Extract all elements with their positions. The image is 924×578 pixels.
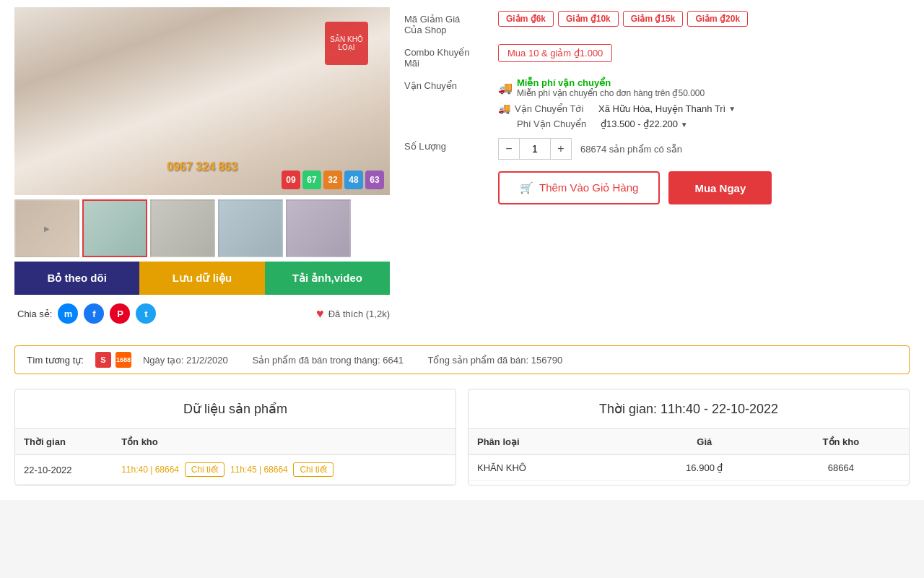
follow-button[interactable]: Bỏ theo dõi [14,262,139,295]
combo-badge: Mua 10 & giảm ₫1.000 [498,44,612,62]
share-label: Chia sẻ: [17,309,52,319]
similar-meta: Ngày tạo: 21/2/2020 Sản phẩm đã bán tron… [143,355,584,366]
shipping-to-label: Vận Chuyển Tới [515,103,594,114]
cart-buttons-content: 🛒 Thêm Vào Giỏ Hàng Mua Ngay [498,168,910,204]
qty-controls-row: − + 68674 sản phẩm có sẵn [498,138,682,160]
number-badge-0: 09 [282,171,300,189]
thumbnail-4[interactable] [286,199,351,257]
action-buttons-row: Bỏ theo dõi Lưu dữ liệu Tải ảnh,video [14,262,390,295]
discount-10k[interactable]: Giảm ₫10k [558,11,619,27]
thumb-img-1 [84,201,146,256]
shipping-fee[interactable]: ₫13.500 - ₫22.200 ▼ [601,118,688,129]
truck-icon: 🚚 [498,81,513,95]
twitter-icon[interactable]: t [136,303,156,324]
combo-content: Mua 10 & giảm ₫1.000 [498,44,910,62]
created-date: Ngày tạo: 21/2/2020 [143,355,228,366]
save-button[interactable]: Lưu dữ liệu [139,262,264,295]
time-data-card: Thời gian: 11h:40 - 22-10-2022 Phân loại… [468,389,910,486]
table-row: 22-10-2022 11h:40 | 68664 Chi tiết 11h:4… [15,455,456,485]
qty-input[interactable] [519,139,551,159]
discount-row: Mã Giảm GiáCủa Shop Giảm ₫6k Giảm ₫10k G… [404,11,910,35]
cart-label-spacer [404,168,491,171]
similar-shop-icons: S 1688 [95,352,131,368]
location-chevron: ▼ [728,105,736,113]
time-data-title: Thời gian: 11h:40 - 22-10-2022 [468,389,909,429]
product-data-table: Thời gian Tồn kho 22-10-2022 11h:40 | 68… [15,429,456,485]
number-badge-1: 67 [302,171,321,189]
shipping-free-sub: Miễn phí vận chuyển cho đơn hàng trên ₫5… [517,88,705,98]
phone-overlay: 0967 324 863 [167,160,237,173]
discount-15k[interactable]: Giảm ₫15k [623,11,684,27]
stock-text: 68674 sản phẩm có sẵn [580,144,682,155]
stock-cell: 68664 [773,455,909,481]
add-cart-text: Thêm Vào Giỏ Hàng [539,181,638,194]
time-entry-2: 11h:45 | 68664 [230,465,288,475]
row-stock-entries: 11h:40 | 68664 Chi tiết 11h:45 | 68664 C… [113,455,456,485]
thumbnail-1[interactable] [82,199,147,257]
like-text: Đã thích (1,2k) [328,309,390,319]
number-badge-2: 32 [323,171,342,189]
combo-row: Combo KhuyếnMãi Mua 10 & giảm ₫1.000 [404,44,910,69]
col-stock-header-2: Tồn kho [773,429,909,455]
thumb-img-2 [152,201,214,256]
product-data-card: Dữ liệu sản phẩm Thời gian Tồn kho 22-10… [14,389,456,486]
discount-6k[interactable]: Giảm ₫6k [498,11,554,27]
left-column: SẢN KHÔ LOẠI 0967 324 863 0967324863 ▶ [14,7,390,324]
category-cell: KHĂN KHÔ [468,455,636,481]
cart-buttons-row: 🛒 Thêm Vào Giỏ Hàng Mua Ngay [404,168,910,204]
number-badge-4: 63 [365,171,384,189]
detail-button-1[interactable]: Chi tiết [185,462,225,477]
truck-icon-2: 🚚 [498,103,510,114]
col-category-header: Phân loại [468,429,636,455]
number-badges: 0967324863 [282,171,384,189]
download-button[interactable]: Tải ảnh,video [265,262,390,295]
fee-chevron: ▼ [681,121,688,129]
col-price-header: Giá [636,429,773,455]
qty-decrease-button[interactable]: − [499,139,519,159]
discount-label: Mã Giảm GiáCủa Shop [404,11,491,35]
similar-label: Tìm tương tự: [27,355,84,366]
thumbnail-3[interactable] [218,199,283,257]
thumb-img-4 [287,201,349,256]
fee-text: ₫13.500 - ₫22.200 [601,118,678,129]
main-product-image: SẢN KHÔ LOẠI 0967 324 863 0967324863 [14,7,390,195]
messenger-icon[interactable]: m [58,303,78,324]
thumb-play-icon: ▶ [16,201,78,256]
share-row: Chia sẻ: m f P t ♥ Đã thích (1,2k) [14,303,390,324]
shipping-free-text: Miễn phí vận chuyển [517,77,705,88]
shipping-fee-label: Phí Vận Chuyển [517,118,596,129]
shipping-label: Vận Chuyển [404,77,491,91]
time-table-row: KHĂN KHÔ 16.900 ₫ 68664 [468,455,909,481]
cart-buttons: 🛒 Thêm Vào Giỏ Hàng Mua Ngay [498,171,772,204]
discount-20k[interactable]: Giảm ₫20k [687,11,748,27]
shipping-info: 🚚 Miễn phí vận chuyển Miễn phí vận chuyể… [498,77,736,129]
product-data-title: Dữ liệu sản phẩm [15,389,456,429]
discount-badges: Giảm ₫6k Giảm ₫10k Giảm ₫15k Giảm ₫20k [498,11,910,27]
shipping-fee-row: Phí Vận Chuyển ₫13.500 - ₫22.200 ▼ [498,118,736,129]
facebook-icon[interactable]: f [84,303,104,324]
shipping-row: Vận Chuyển 🚚 Miễn phí vận chuyển Miễn ph… [404,77,910,129]
shipping-free-row: 🚚 Miễn phí vận chuyển Miễn phí vận chuyể… [498,77,736,98]
shopee-icon[interactable]: S [95,352,111,368]
pinterest-icon[interactable]: P [110,303,130,324]
add-to-cart-button[interactable]: 🛒 Thêm Vào Giỏ Hàng [498,171,660,204]
shipping-location[interactable]: Xã Hữu Hòa, Huyện Thanh Trì ▼ [598,103,736,114]
thumbnail-2[interactable] [150,199,215,257]
number-badge-3: 48 [344,171,363,189]
qty-content: − + 68674 sản phẩm có sẵn [498,138,910,160]
buy-now-button[interactable]: Mua Ngay [668,171,772,204]
qty-increase-button[interactable]: + [551,139,571,159]
detail-button-2[interactable]: Chi tiết [293,462,334,477]
thumbnail-0[interactable]: ▶ [14,199,79,257]
col-time-header: Thời gian [15,429,113,455]
promo-badge: SẢN KHÔ LOẠI [325,22,368,65]
shop-1688-icon[interactable]: 1688 [116,352,131,368]
price-cell: 16.900 ₫ [636,455,773,481]
thumb-img-3 [219,201,282,256]
cart-icon: 🛒 [520,181,533,194]
similar-bar: Tìm tương tự: S 1688 Ngày tạo: 21/2/2020… [14,345,910,374]
row-date: 22-10-2022 [15,455,113,485]
image-placeholder: SẢN KHÔ LOẠI 0967 324 863 [14,7,390,195]
combo-label: Combo KhuyếnMãi [404,44,491,69]
shipping-to-row: 🚚 Vận Chuyển Tới Xã Hữu Hòa, Huyện Thanh… [498,103,736,114]
